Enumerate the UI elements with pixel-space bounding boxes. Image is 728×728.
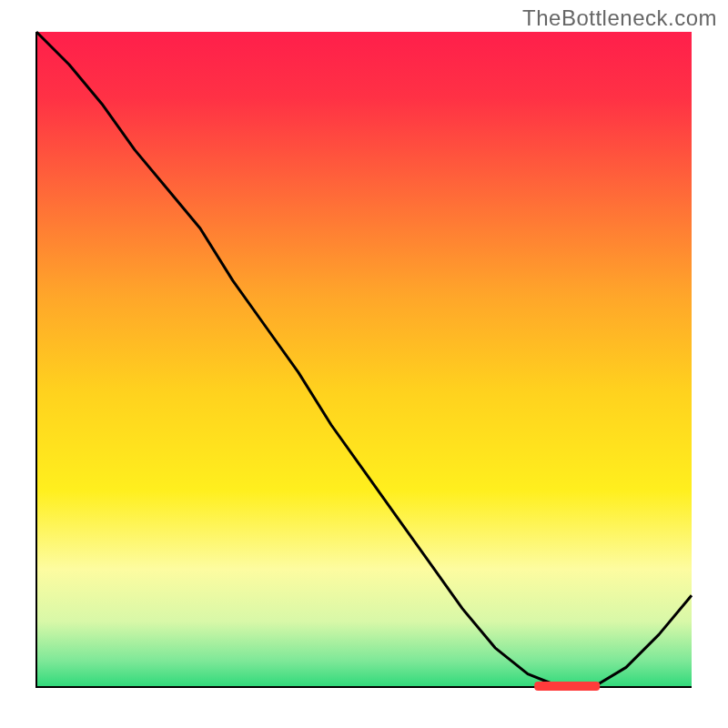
- gradient-line-chart: [0, 0, 728, 728]
- chart-frame: TheBottleneck.com: [0, 0, 728, 728]
- watermark-text: TheBottleneck.com: [522, 5, 717, 31]
- plot-background: [36, 32, 692, 687]
- min-marker: [534, 682, 600, 691]
